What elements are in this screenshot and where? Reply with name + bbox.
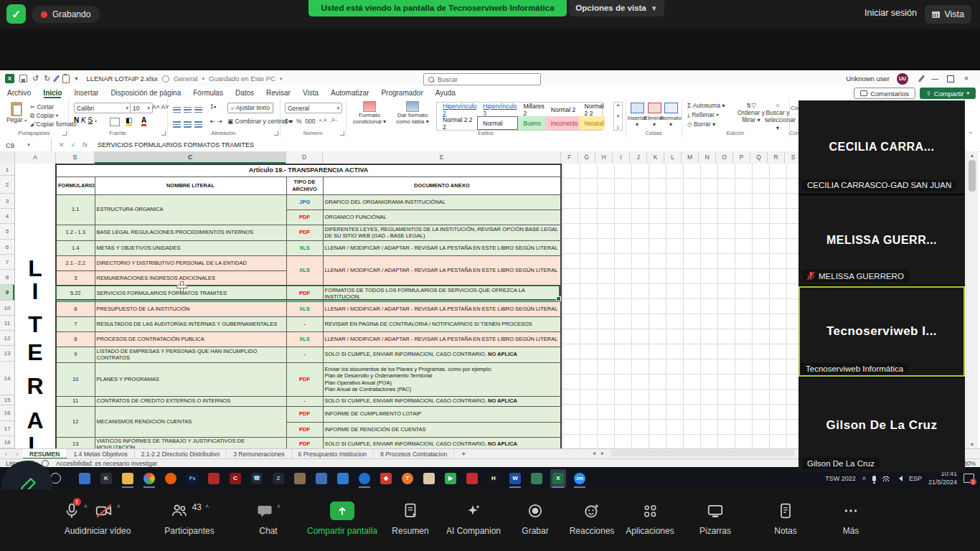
close-button[interactable]: × bbox=[961, 75, 971, 83]
chat-chevron-icon[interactable]: ˄ bbox=[277, 503, 281, 510]
notification-center-icon[interactable]: 1 bbox=[963, 474, 974, 483]
cell-b[interactable]: 3 bbox=[56, 270, 95, 286]
formula-value[interactable]: SERVICIOS FORMULARIOS FORMATOS TRAMITES bbox=[98, 141, 254, 149]
row-header-13[interactable]: 13 bbox=[0, 346, 14, 362]
row-header-10[interactable]: 10 bbox=[0, 301, 14, 316]
participants-chevron-icon[interactable]: ˄ bbox=[205, 503, 209, 510]
cell-b[interactable]: 12 bbox=[56, 406, 95, 437]
cell-b[interactable]: 1.1 bbox=[56, 194, 95, 225]
format-as-table-button[interactable]: Dar formatocomo tabla ▾ bbox=[392, 101, 433, 125]
cell-d[interactable]: XLS bbox=[286, 301, 323, 316]
meeting-security-shield-icon[interactable]: ✓ bbox=[6, 4, 26, 24]
cell-style-incorrecto[interactable]: Incorrecto bbox=[545, 116, 579, 130]
cell-e[interactable]: LLENAR / MODIFICAR / ADAPTAR - REVISAR L… bbox=[323, 331, 561, 347]
row-header-8[interactable]: 8 bbox=[0, 270, 14, 285]
cell-b[interactable]: 5.22 bbox=[56, 286, 95, 301]
cell-b[interactable]: 10 bbox=[56, 362, 95, 396]
hscroll-right-icon[interactable]: ▸ bbox=[601, 450, 604, 456]
orientation-icon[interactable]: ⭥▾ bbox=[210, 103, 217, 111]
ribbon-tab-programador[interactable]: Programador bbox=[381, 89, 423, 97]
sensitivity-label[interactable]: General bbox=[174, 75, 198, 83]
cell-e[interactable]: SOLO SI CUMPLE, ENVIAR INFORMACION, CASO… bbox=[323, 437, 561, 448]
horizontal-scrollbar[interactable] bbox=[610, 450, 795, 456]
name-box[interactable]: C9▾ bbox=[0, 138, 52, 151]
grow-font-icon[interactable]: A˄ A˅ bbox=[152, 103, 169, 110]
cell-d[interactable]: PDF bbox=[286, 422, 323, 437]
taskbar-snip-app-icon[interactable] bbox=[206, 469, 222, 488]
avatar[interactable]: UU bbox=[897, 73, 908, 85]
column-header-l[interactable]: L bbox=[664, 151, 682, 164]
fill-button[interactable]: ⤓ Rellenar ▾ bbox=[687, 111, 719, 119]
cell-e[interactable]: INFORME DE CUMPLIMIENTO LOTAIP bbox=[323, 406, 561, 422]
row-header-9[interactable]: 9 bbox=[0, 285, 14, 301]
apps-button[interactable]: Aplicaciones bbox=[616, 501, 684, 536]
row-header-1[interactable]: 1 bbox=[0, 164, 14, 176]
cell-d[interactable]: PDF bbox=[286, 406, 323, 422]
cell-b[interactable]: 8 bbox=[56, 331, 95, 347]
find-select-button[interactable]: ○Buscar y seleccionar ▾ bbox=[765, 102, 791, 131]
quick-access-chevron-icon[interactable]: ▾ bbox=[75, 74, 77, 83]
cell-e[interactable]: LLENAR / MODIFICAR / ADAPTAR - REVISAR L… bbox=[323, 255, 561, 286]
alignment-dialog-launcher-icon[interactable] bbox=[274, 131, 278, 136]
ribbon-tab-revisar[interactable]: Revisar bbox=[266, 89, 291, 97]
sign-in-button[interactable]: Iniciar sesión bbox=[864, 8, 917, 18]
cell-style-normal-2-2[interactable]: Normal 2 2 bbox=[579, 103, 605, 116]
taskbar-drive-app-icon[interactable] bbox=[357, 469, 372, 488]
cell-d[interactable]: PDF bbox=[286, 362, 323, 396]
tabs-next-icon[interactable]: › bbox=[11, 449, 23, 459]
taskbar-phone-app-icon[interactable]: ☎ bbox=[249, 469, 265, 488]
number-format-select[interactable]: General▾ bbox=[285, 103, 342, 113]
ribbon-tab-inicio[interactable]: Inicio bbox=[43, 89, 62, 97]
row-header-11[interactable]: 11 bbox=[0, 316, 14, 331]
taskbar-z-archiver-icon[interactable]: Z bbox=[270, 469, 286, 488]
cell-c[interactable]: LISTADO DE EMPRESAS Y PERSONAS QUE HAN I… bbox=[95, 347, 286, 362]
cell-style-hiperv-nculo-3[interactable]: Hipervínculo 3 bbox=[477, 103, 517, 116]
accessibility-status[interactable]: Accesibilidad: es necesario investigar bbox=[56, 460, 157, 467]
whiteboards-button[interactable]: Pizarras bbox=[681, 501, 750, 536]
column-header-b[interactable]: B bbox=[56, 151, 95, 164]
titlebar-pen-icon[interactable] bbox=[918, 75, 925, 82]
taskbar-file-explorer-icon[interactable] bbox=[120, 469, 136, 488]
taskbar-green-play-app-icon[interactable]: ▶ bbox=[443, 469, 458, 488]
cell-e[interactable]: Enviar los documentos de los Planes y Pr… bbox=[323, 362, 561, 396]
cancel-entry-icon[interactable]: ✕ bbox=[59, 141, 65, 149]
cell-style-normal-2[interactable]: Normal 2 bbox=[545, 103, 579, 116]
tray-app-label[interactable]: TSW 2022 bbox=[825, 475, 856, 482]
align-top-icons[interactable] bbox=[173, 103, 205, 116]
ribbon-tab-disposici-n-de-p-gina[interactable]: Disposición de página bbox=[110, 89, 181, 97]
paste-button[interactable]: Pegar ▾ bbox=[6, 102, 27, 123]
taskbar-zoom-app-icon[interactable]: zm bbox=[572, 469, 588, 488]
column-header-m[interactable]: M bbox=[682, 151, 699, 164]
cell-d[interactable]: XLS bbox=[286, 240, 323, 255]
participant-tile[interactable]: Gilson De La Cruz Gilson De La Cruz bbox=[798, 377, 965, 472]
notes-button[interactable]: Notas bbox=[751, 501, 820, 536]
taskbar-pdf-app-icon[interactable] bbox=[464, 469, 480, 488]
scrollbar-thumb[interactable] bbox=[969, 160, 976, 192]
ribbon-collapse-icon[interactable]: ⌄ bbox=[968, 128, 974, 135]
start-video-button[interactable]: ˄ Iniciar vídeo bbox=[73, 501, 142, 536]
column-header-f[interactable]: F bbox=[561, 151, 578, 164]
cell-b[interactable]: 6 bbox=[56, 301, 95, 316]
cell-style-hiperv-nculo-2[interactable]: Hipervínculo 2 bbox=[437, 103, 477, 116]
ribbon-tab-automatizar[interactable]: Automatizar bbox=[331, 89, 369, 97]
taskbar-red-diamond-app-icon[interactable]: ◆ bbox=[378, 469, 394, 488]
select-all-corner[interactable] bbox=[0, 151, 15, 164]
cell-e[interactable]: FORMATOS DE TODOS LOS FORMULARIOS DE SER… bbox=[323, 286, 561, 301]
sheet-tab-1-4-metas-objetivos[interactable]: 1.4 Metas Objetivos bbox=[67, 449, 135, 459]
number-buttons[interactable]: $ ▾ % 000 ⁺·⁰ ·⁰⁻ bbox=[285, 118, 337, 125]
cell-e[interactable]: DIFERENTES LEYES, REGLAMENTOS DE LA INST… bbox=[323, 225, 561, 240]
cell-e[interactable]: LLENAR / MODIFICAR / ADAPTAR - REVISAR L… bbox=[323, 301, 561, 316]
undo-icon[interactable]: ↺ bbox=[32, 74, 39, 83]
user-name[interactable]: Unknown user bbox=[846, 75, 890, 83]
column-header-i[interactable]: I bbox=[613, 151, 630, 164]
column-header-e[interactable]: E bbox=[323, 151, 561, 164]
tabs-prev-icon[interactable]: ‹ bbox=[0, 449, 11, 459]
cell-b[interactable]: 2.1 - 2.2 bbox=[56, 255, 95, 270]
taskbar-h-media-app-icon[interactable]: H bbox=[486, 469, 501, 488]
row-header-4[interactable]: 4 bbox=[0, 209, 14, 224]
participant-tile[interactable]: MELISSA GUERR... MELISSA GUERRERO bbox=[798, 194, 965, 285]
font-color-icon[interactable]: A bbox=[141, 116, 146, 126]
hscroll-left-icon[interactable]: ◂ bbox=[593, 450, 595, 456]
cell-style-bueno[interactable]: Bueno bbox=[518, 116, 545, 130]
column-header-p[interactable]: P bbox=[733, 151, 750, 164]
